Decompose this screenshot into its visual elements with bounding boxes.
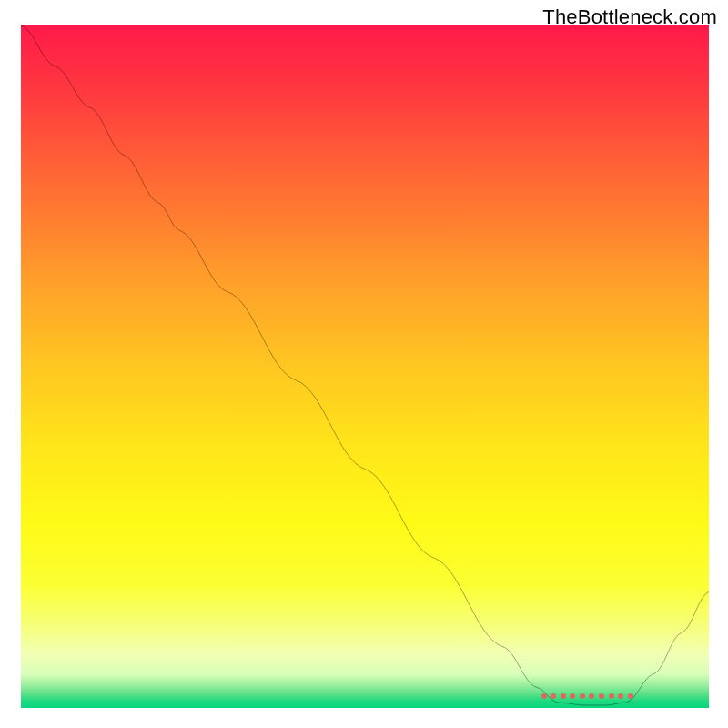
plot-area xyxy=(21,25,709,708)
curve-svg xyxy=(21,25,709,708)
watermark-text: TheBottleneck.com xyxy=(542,5,717,29)
chart-stage: TheBottleneck.com xyxy=(0,0,728,728)
bottleneck-curve xyxy=(21,25,709,705)
